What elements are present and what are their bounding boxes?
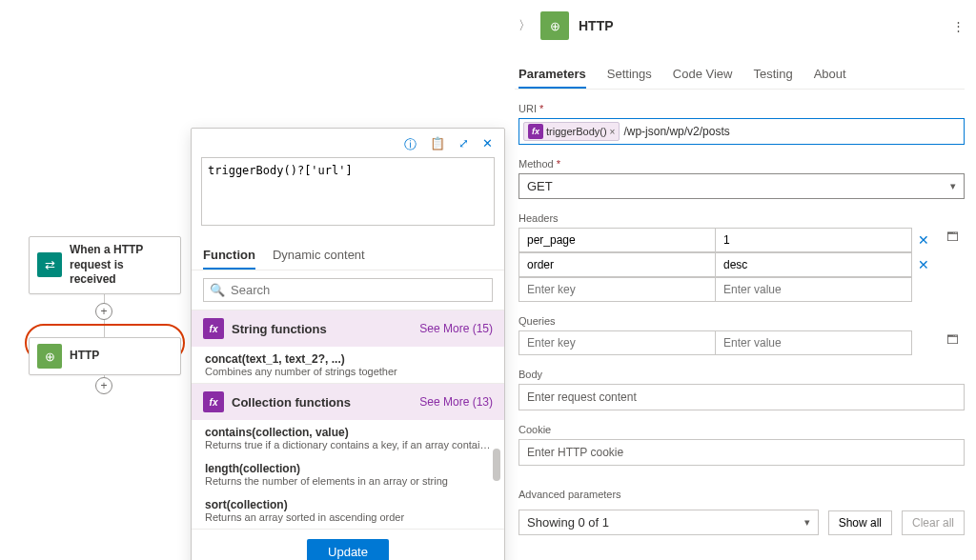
see-more-link[interactable]: See More (13) — [419, 395, 493, 409]
action-node-http[interactable]: ⊕ HTTP — [29, 337, 181, 375]
label-cookie: Cookie — [515, 424, 965, 435]
collapse-panel-icon[interactable]: 〉 — [518, 17, 531, 34]
header-key-input[interactable] — [518, 277, 716, 302]
node-label: When a HTTP request is received — [70, 243, 173, 288]
expression-token[interactable]: fx triggerBody() × — [523, 122, 620, 141]
show-all-button[interactable]: Show all — [828, 510, 892, 535]
uri-input[interactable]: fx triggerBody() × /wp-json/wp/v2/posts — [518, 118, 965, 145]
tab-settings[interactable]: Settings — [607, 61, 652, 89]
toggle-view-icon[interactable]: 🗔 — [940, 224, 965, 244]
category-collection-functions[interactable]: fx Collection functions See More (13) — [192, 383, 504, 420]
search-input[interactable] — [231, 283, 486, 297]
body-input[interactable]: Enter request content — [518, 384, 965, 410]
header-value-input[interactable] — [715, 252, 912, 277]
close-icon[interactable]: ✕ — [482, 136, 493, 153]
method-dropdown[interactable]: GET ▾ — [518, 173, 965, 199]
trigger-node-http-request[interactable]: ⇄ When a HTTP request is received — [29, 236, 181, 294]
function-sort[interactable]: sort(collection) Returns an array sorted… — [192, 492, 504, 529]
advanced-params-dropdown[interactable]: Showing 0 of 1 ▾ — [518, 510, 819, 535]
chevron-down-icon: ▾ — [804, 516, 810, 529]
panel-title: HTTP — [579, 18, 614, 33]
fx-icon: fx — [203, 318, 224, 339]
properties-panel: 〉 ⊕ HTTP ⋮ Parameters Settings Code View… — [515, 0, 976, 560]
designer-canvas: ⇄ When a HTTP request is received + ⊕ HT… — [0, 0, 505, 560]
fx-icon: fx — [203, 391, 224, 412]
function-contains[interactable]: contains(collection, value) Returns true… — [192, 420, 504, 456]
clipboard-icon[interactable]: 📋 — [430, 136, 445, 153]
function-concat[interactable]: concat(text_1, text_2?, ...) Combines an… — [192, 347, 504, 383]
query-row-new: ✕ — [518, 330, 936, 355]
delete-row-icon[interactable]: ✕ — [911, 232, 936, 248]
expression-textarea[interactable] — [201, 157, 495, 226]
category-title: Collection functions — [232, 395, 351, 410]
label-queries: Queries — [515, 315, 965, 327]
tab-function[interactable]: Function — [203, 242, 255, 270]
node-label: HTTP — [70, 349, 99, 364]
label-uri: URI — [515, 103, 965, 114]
see-more-link[interactable]: See More (15) — [419, 322, 493, 335]
tab-about[interactable]: About — [814, 61, 846, 89]
panel-menu-icon[interactable]: ⋮ — [952, 19, 965, 33]
query-key-input[interactable] — [518, 330, 716, 355]
category-title: String functions — [232, 322, 327, 336]
query-value-input[interactable] — [715, 330, 912, 355]
add-step-button[interactable]: + — [95, 377, 112, 394]
header-row-new: ✕ — [518, 277, 936, 302]
header-row: ✕ — [518, 228, 936, 252]
header-value-input[interactable] — [715, 228, 912, 252]
fx-icon: fx — [528, 124, 543, 139]
cookie-input[interactable]: Enter HTTP cookie — [518, 439, 965, 466]
delete-row-icon[interactable]: ✕ — [911, 257, 936, 272]
header-value-input[interactable] — [715, 277, 912, 302]
scrollbar[interactable] — [493, 449, 500, 481]
expression-editor-popup: ⓘ 📋 ⤢ ✕ Function Dynamic content 🔍 fx St… — [191, 128, 505, 560]
clear-all-button[interactable]: Clear all — [902, 510, 965, 535]
label-headers: Headers — [515, 212, 965, 224]
uri-text: /wp-json/wp/v2/posts — [623, 125, 960, 138]
chevron-down-icon: ▾ — [950, 180, 956, 192]
http-trigger-icon: ⇄ — [37, 252, 62, 277]
header-key-input[interactable] — [518, 228, 716, 252]
queries-table: ✕ — [518, 330, 936, 355]
category-string-functions[interactable]: fx String functions See More (15) — [192, 310, 504, 347]
info-icon[interactable]: ⓘ — [404, 136, 417, 153]
http-action-icon: ⊕ — [37, 344, 62, 369]
expand-icon[interactable]: ⤢ — [458, 136, 469, 153]
update-button[interactable]: Update — [307, 539, 389, 560]
label-method: Method — [515, 158, 965, 170]
label-body: Body — [515, 369, 965, 380]
method-value: GET — [527, 179, 553, 193]
headers-table: ✕ ✕ ✕ — [518, 228, 936, 302]
header-row: ✕ — [518, 252, 936, 277]
tab-parameters[interactable]: Parameters — [518, 61, 586, 89]
tab-code-view[interactable]: Code View — [673, 61, 733, 89]
toggle-view-icon[interactable]: 🗔 — [940, 327, 965, 347]
header-key-input[interactable] — [518, 252, 716, 277]
search-icon: 🔍 — [210, 283, 225, 297]
tab-testing[interactable]: Testing — [753, 61, 792, 89]
tab-dynamic-content[interactable]: Dynamic content — [273, 242, 365, 270]
function-search[interactable]: 🔍 — [203, 278, 493, 302]
remove-token-icon[interactable]: × — [610, 127, 616, 137]
advanced-showing-text: Showing 0 of 1 — [527, 515, 609, 530]
label-advanced: Advanced parameters — [515, 489, 965, 500]
add-step-button[interactable]: + — [95, 303, 112, 320]
function-length[interactable]: length(collection) Returns the number of… — [192, 456, 504, 492]
http-action-icon: ⊕ — [540, 11, 569, 40]
